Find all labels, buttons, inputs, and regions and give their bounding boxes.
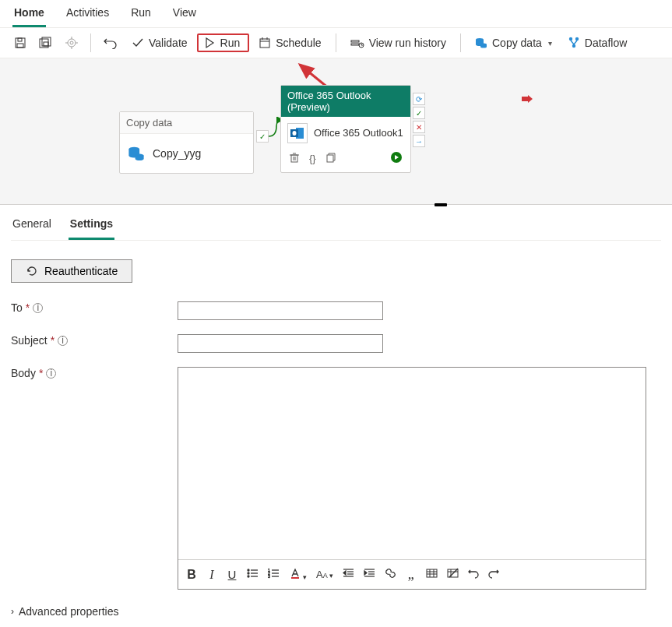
activity-type-label: Office 365 Outlook (Preview): [281, 86, 410, 117]
settings-gear-button[interactable]: [61, 33, 83, 52]
output-retry-handle[interactable]: ⟳: [413, 93, 425, 105]
redo-button[interactable]: [488, 568, 499, 581]
font-size-button[interactable]: AA▾: [316, 569, 333, 580]
copy-icon[interactable]: [325, 152, 336, 165]
to-label: To* i: [11, 301, 178, 314]
save-button[interactable]: [9, 33, 31, 52]
body-textarea[interactable]: [178, 368, 646, 559]
table-button[interactable]: [426, 568, 438, 581]
undo-icon: [104, 37, 118, 49]
validate-button[interactable]: Validate: [125, 33, 194, 52]
reauthenticate-button[interactable]: Reauthenticate: [11, 259, 132, 283]
tab-home[interactable]: Home: [12, 5, 46, 27]
advanced-properties-toggle[interactable]: › Advanced properties: [11, 605, 661, 618]
toolbar-separator: [90, 33, 91, 52]
tab-settings[interactable]: Settings: [69, 213, 114, 240]
run-button[interactable]: Run: [197, 33, 250, 52]
undo-button[interactable]: [468, 568, 479, 581]
history-icon: [350, 37, 364, 49]
tab-general[interactable]: General: [11, 213, 53, 240]
quote-button[interactable]: „: [406, 566, 417, 583]
svg-marker-64: [364, 571, 367, 575]
bold-button[interactable]: B: [186, 568, 197, 582]
svg-rect-39: [327, 155, 333, 162]
tab-view[interactable]: View: [171, 5, 198, 27]
delete-icon[interactable]: [289, 152, 300, 165]
database-icon: [128, 145, 145, 162]
outlook-icon: [287, 123, 308, 143]
tab-run[interactable]: Run: [129, 5, 153, 27]
activity-output-handles: ⟳ ✓ ✕ →: [413, 93, 425, 147]
svg-rect-2: [18, 38, 22, 41]
settings-form: To* i Subject* i Body* i B I U: [11, 301, 661, 590]
calendar-icon: [259, 37, 271, 49]
database-icon: [475, 37, 487, 49]
svg-marker-12: [206, 38, 213, 48]
activity-type-label: Copy data: [120, 112, 253, 134]
activity-name: Office 365 Outlook1: [314, 127, 403, 139]
schedule-button[interactable]: Schedule: [252, 33, 327, 52]
info-icon[interactable]: i: [33, 303, 43, 313]
italic-button[interactable]: I: [206, 568, 217, 582]
toolbar-separator: [460, 33, 461, 52]
svg-point-24: [572, 44, 575, 48]
toolbar: Validate Run Schedule View run history C…: [0, 28, 672, 58]
indent-button[interactable]: [364, 568, 375, 581]
svg-text:3: 3: [268, 574, 270, 579]
svg-point-22: [569, 37, 572, 41]
svg-rect-17: [351, 41, 359, 42]
chevron-right-icon: ›: [11, 606, 14, 617]
svg-rect-1: [17, 44, 23, 48]
save-all-button[interactable]: [34, 33, 58, 52]
view-run-history-button[interactable]: View run history: [344, 33, 452, 52]
run-activity-icon[interactable]: [390, 151, 403, 166]
svg-rect-13: [260, 39, 269, 48]
svg-rect-65: [427, 569, 437, 577]
svg-point-6: [68, 39, 76, 47]
view-run-history-label: View run history: [369, 37, 446, 49]
svg-rect-54: [291, 577, 299, 579]
properties-tabs: General Settings: [11, 213, 661, 241]
output-success-handle[interactable]: ✓: [413, 107, 425, 119]
output-success-handle[interactable]: ✓: [256, 130, 269, 143]
run-label: Run: [220, 37, 241, 49]
output-fail-handle[interactable]: ✕: [413, 121, 425, 133]
code-icon[interactable]: {}: [309, 153, 316, 164]
underline-button[interactable]: U: [227, 568, 237, 581]
info-icon[interactable]: i: [58, 336, 68, 346]
properties-panel: General Settings Reauthenticate To* i Su…: [0, 205, 672, 625]
save-all-icon: [39, 37, 53, 49]
body-editor: B I U 123 ▾ AA▾: [178, 367, 646, 590]
gear-icon: [65, 37, 78, 49]
activity-outlook[interactable]: Office 365 Outlook (Preview) Office 365 …: [280, 85, 411, 173]
numbered-list-button[interactable]: 123: [268, 568, 280, 581]
svg-point-46: [248, 576, 249, 577]
svg-point-7: [70, 41, 73, 44]
chevron-down-icon: ▾: [548, 39, 552, 48]
svg-rect-34: [291, 155, 297, 162]
activity-copy-data[interactable]: Copy data Copy_yyg: [119, 111, 254, 174]
outdent-button[interactable]: [343, 568, 354, 581]
subject-label: Subject* i: [11, 334, 178, 347]
undo-button[interactable]: [99, 33, 122, 52]
font-color-button[interactable]: ▾: [289, 568, 307, 582]
clear-format-button[interactable]: [447, 568, 459, 581]
to-input[interactable]: [178, 301, 383, 320]
dataflow-button[interactable]: Dataflow: [561, 33, 633, 52]
dataflow-icon: [568, 37, 580, 49]
svg-point-33: [293, 131, 297, 136]
svg-point-42: [248, 569, 249, 571]
tab-activities[interactable]: Activities: [65, 5, 111, 27]
pipeline-canvas[interactable]: Copy data Copy_yyg ✓ Office 365 Outlook …: [0, 58, 672, 205]
output-skip-handle[interactable]: →: [413, 135, 425, 147]
copy-data-button[interactable]: Copy data ▾: [469, 33, 558, 52]
bullet-list-button[interactable]: [247, 568, 259, 581]
advanced-properties-label: Advanced properties: [19, 605, 118, 618]
info-icon[interactable]: i: [46, 368, 56, 379]
svg-rect-5: [44, 42, 48, 46]
ribbon-tabs: Home Activities Run View: [0, 0, 672, 28]
panel-resize-handle[interactable]: [435, 203, 447, 206]
link-button[interactable]: [385, 568, 396, 581]
svg-marker-27: [522, 95, 533, 103]
subject-input[interactable]: [178, 334, 383, 353]
